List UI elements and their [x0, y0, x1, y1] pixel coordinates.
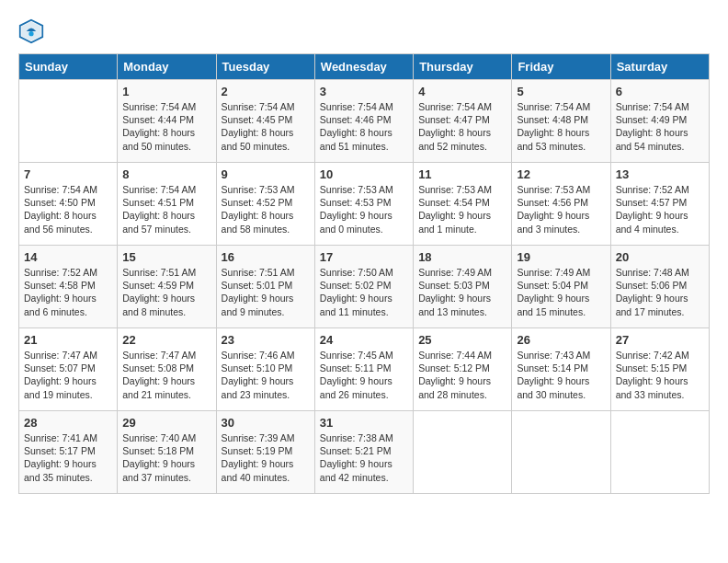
day-number: 15 — [122, 250, 210, 264]
day-info: Sunrise: 7:43 AM — [517, 349, 605, 362]
day-info: and 54 minutes. — [616, 140, 704, 153]
calendar-cell — [610, 411, 709, 494]
calendar-cell — [19, 80, 118, 163]
day-info: Daylight: 9 hours — [418, 292, 506, 304]
day-info: and 40 minutes. — [222, 471, 310, 484]
day-info: and 30 minutes. — [517, 388, 605, 401]
day-info: Daylight: 9 hours — [418, 209, 506, 222]
day-info: Daylight: 9 hours — [222, 457, 310, 470]
logo-icon — [18, 18, 44, 44]
day-info: and 19 minutes. — [24, 388, 112, 401]
day-info: Daylight: 9 hours — [418, 374, 506, 387]
day-info: Daylight: 8 hours — [122, 126, 210, 139]
day-info: Sunset: 4:45 PM — [222, 113, 310, 126]
day-info: Daylight: 9 hours — [122, 457, 210, 470]
calendar-cell: 20Sunrise: 7:48 AMSunset: 5:06 PMDayligh… — [610, 246, 709, 328]
day-info: and 51 minutes. — [320, 140, 408, 153]
day-info: and 28 minutes. — [418, 388, 506, 401]
day-info: Sunrise: 7:44 AM — [418, 349, 506, 362]
calendar-cell: 18Sunrise: 7:49 AMSunset: 5:03 PMDayligh… — [414, 246, 512, 328]
calendar-cell: 27Sunrise: 7:42 AMSunset: 5:15 PMDayligh… — [610, 328, 709, 411]
day-number: 4 — [418, 85, 506, 98]
day-info: and 23 minutes. — [222, 388, 310, 401]
day-info: Sunset: 5:21 PM — [320, 444, 408, 457]
day-info: Daylight: 8 hours — [418, 126, 506, 139]
day-info: and 0 minutes. — [320, 223, 408, 236]
day-info: and 52 minutes. — [418, 140, 506, 153]
day-info: Sunset: 4:46 PM — [320, 113, 408, 126]
day-info: Sunset: 5:10 PM — [222, 362, 310, 374]
day-info: Sunset: 4:50 PM — [24, 196, 112, 209]
day-info: and 57 minutes. — [122, 223, 210, 236]
day-info: Daylight: 8 hours — [222, 209, 310, 222]
day-info: Daylight: 8 hours — [320, 126, 408, 139]
header-monday: Monday — [118, 54, 216, 80]
day-info: Sunrise: 7:51 AM — [222, 266, 310, 279]
calendar-cell: 31Sunrise: 7:38 AMSunset: 5:21 PMDayligh… — [314, 411, 413, 494]
day-info: Daylight: 8 hours — [222, 126, 310, 139]
day-info: and 56 minutes. — [24, 223, 112, 236]
day-info: Sunset: 4:54 PM — [418, 196, 506, 209]
calendar-cell: 29Sunrise: 7:40 AMSunset: 5:18 PMDayligh… — [118, 411, 216, 494]
day-info: Sunrise: 7:54 AM — [517, 100, 605, 113]
week-row-5: 28Sunrise: 7:41 AMSunset: 5:17 PMDayligh… — [19, 411, 710, 494]
day-info: Daylight: 9 hours — [122, 374, 210, 387]
day-number: 16 — [222, 250, 310, 264]
day-info: Sunset: 5:18 PM — [122, 444, 210, 457]
day-info: and 26 minutes. — [320, 388, 408, 401]
day-info: Sunrise: 7:45 AM — [320, 349, 408, 362]
day-info: Sunrise: 7:54 AM — [418, 100, 506, 113]
day-info: Daylight: 9 hours — [24, 374, 112, 387]
calendar-header-row: SundayMondayTuesdayWednesdayThursdayFrid… — [19, 54, 710, 80]
day-info: Sunrise: 7:54 AM — [122, 183, 210, 196]
calendar-cell: 22Sunrise: 7:47 AMSunset: 5:08 PMDayligh… — [118, 328, 216, 411]
day-info: Daylight: 9 hours — [320, 209, 408, 222]
day-info: and 9 minutes. — [222, 305, 310, 318]
day-info: and 53 minutes. — [517, 140, 605, 153]
day-info: Sunset: 5:15 PM — [616, 362, 704, 374]
day-info: Sunset: 5:14 PM — [517, 362, 605, 374]
day-info: and 37 minutes. — [122, 471, 210, 484]
day-info: Sunset: 5:04 PM — [517, 279, 605, 292]
week-row-4: 21Sunrise: 7:47 AMSunset: 5:07 PMDayligh… — [19, 328, 710, 411]
day-info: Sunset: 4:48 PM — [517, 113, 605, 126]
calendar-cell: 23Sunrise: 7:46 AMSunset: 5:10 PMDayligh… — [216, 328, 314, 411]
day-info: Daylight: 8 hours — [122, 209, 210, 222]
day-info: Sunrise: 7:46 AM — [222, 349, 310, 362]
day-info: Sunset: 5:03 PM — [418, 279, 506, 292]
day-info: Sunset: 4:52 PM — [222, 196, 310, 209]
day-number: 1 — [122, 85, 210, 98]
day-number: 21 — [24, 333, 112, 347]
calendar-cell — [414, 411, 512, 494]
day-info: Sunrise: 7:52 AM — [616, 183, 704, 196]
logo — [18, 18, 48, 44]
day-number: 3 — [320, 85, 408, 98]
day-info: Daylight: 9 hours — [320, 292, 408, 304]
calendar-cell: 17Sunrise: 7:50 AMSunset: 5:02 PMDayligh… — [314, 246, 413, 328]
day-info: Sunset: 4:57 PM — [616, 196, 704, 209]
day-info: Sunset: 4:58 PM — [24, 279, 112, 292]
day-info: Sunrise: 7:53 AM — [320, 183, 408, 196]
calendar-cell: 26Sunrise: 7:43 AMSunset: 5:14 PMDayligh… — [512, 328, 610, 411]
day-number: 26 — [517, 333, 605, 347]
calendar-cell: 4Sunrise: 7:54 AMSunset: 4:47 PMDaylight… — [414, 80, 512, 163]
day-info: Sunset: 4:44 PM — [122, 113, 210, 126]
day-number: 14 — [24, 250, 112, 264]
day-info: and 4 minutes. — [616, 223, 704, 236]
day-info: and 35 minutes. — [24, 471, 112, 484]
calendar-cell: 15Sunrise: 7:51 AMSunset: 4:59 PMDayligh… — [118, 246, 216, 328]
day-info: Sunset: 5:11 PM — [320, 362, 408, 374]
calendar-cell: 1Sunrise: 7:54 AMSunset: 4:44 PMDaylight… — [118, 80, 216, 163]
day-info: Sunrise: 7:48 AM — [616, 266, 704, 279]
header-wednesday: Wednesday — [314, 54, 413, 80]
day-info: and 50 minutes. — [122, 140, 210, 153]
day-number: 10 — [320, 167, 408, 181]
day-info: and 1 minute. — [418, 223, 506, 236]
day-number: 27 — [616, 333, 704, 347]
day-number: 7 — [24, 167, 112, 181]
day-info: and 58 minutes. — [222, 223, 310, 236]
calendar-cell: 8Sunrise: 7:54 AMSunset: 4:51 PMDaylight… — [118, 163, 216, 246]
day-info: Daylight: 8 hours — [24, 209, 112, 222]
day-info: Sunset: 4:53 PM — [320, 196, 408, 209]
header-friday: Friday — [512, 54, 610, 80]
